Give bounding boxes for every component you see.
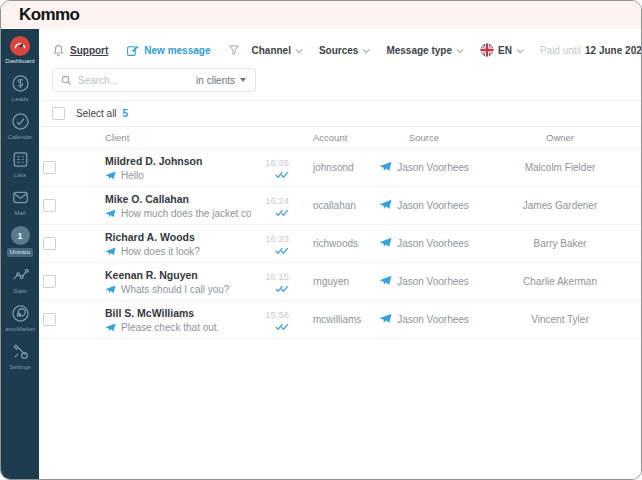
stats-icon: [10, 265, 31, 286]
channel-dropdown[interactable]: Channel: [251, 45, 300, 56]
uk-flag-icon: [480, 43, 494, 57]
search-row: in clients: [52, 68, 641, 92]
read-receipt-icon: [275, 170, 289, 179]
sidebar-item-leads[interactable]: Leads: [1, 73, 39, 103]
header-owner[interactable]: Owner: [479, 132, 641, 143]
row-checkbox[interactable]: [43, 275, 56, 288]
read-receipt-icon: [275, 246, 289, 255]
pipeline-icon: [10, 73, 31, 94]
paid-until-label: Paid until: [540, 45, 581, 56]
source-cell: Jason Voorhees: [369, 274, 479, 289]
chevron-down-icon: [517, 46, 524, 53]
last-message: How much does the jacket cost?: [121, 208, 251, 219]
conversation-row[interactable]: Mildred D. Johnson Hello 16:35 johnsond …: [39, 149, 641, 187]
account-cell: rnguyen: [289, 276, 369, 287]
row-checkbox[interactable]: [43, 199, 56, 212]
lists-icon: [10, 149, 31, 170]
sidebar-item-mail[interactable]: Mail: [1, 187, 39, 217]
account-cell: ocallahan: [289, 200, 369, 211]
header-source[interactable]: Source: [369, 132, 479, 143]
message-time: 15:56: [265, 309, 289, 320]
conversation-row[interactable]: Mike O. Callahan How much does the jacke…: [39, 187, 641, 225]
kommo-logo: Kommo: [19, 5, 79, 25]
account-cell: johnsond: [289, 162, 369, 173]
market-icon: [10, 303, 31, 324]
last-message: How does it look?: [121, 246, 200, 257]
client-name: Keenan R. Nguyen: [105, 269, 251, 281]
row-checkbox[interactable]: [43, 313, 56, 326]
main-area: Support New message Channel Sources Mess…: [39, 29, 641, 479]
bell-icon[interactable]: [52, 44, 65, 57]
owner-cell: Charlie Akerman: [479, 276, 641, 287]
counter-badge: 1: [10, 225, 31, 246]
telegram-icon: [105, 246, 116, 257]
table-header: Client Account Source Owner: [39, 126, 641, 149]
language-dropdown[interactable]: EN: [498, 45, 522, 56]
row-checkbox[interactable]: [43, 161, 56, 174]
select-all-checkbox[interactable]: [52, 107, 65, 120]
read-receipt-icon: [275, 322, 289, 331]
select-all-label: Select all: [76, 108, 117, 119]
telegram-icon: [379, 312, 392, 327]
telegram-icon: [379, 236, 392, 251]
sidebar: DashboardLeadsCalendarListsMail1UmnicoSt…: [1, 29, 39, 479]
compose-icon[interactable]: [126, 44, 139, 57]
sidebar-item-settings[interactable]: Settings: [1, 341, 39, 371]
client-name: Richard A. Woods: [105, 231, 251, 243]
telegram-icon: [105, 284, 116, 295]
tools-icon: [10, 341, 31, 362]
source-cell: Jason Voorhees: [369, 160, 479, 175]
header-account[interactable]: Account: [289, 132, 369, 143]
sidebar-item-amomarket[interactable]: amoMarket: [1, 303, 39, 333]
mail-icon: [10, 187, 31, 208]
sidebar-item-calendar[interactable]: Calendar: [1, 111, 39, 141]
sidebar-item-label: Leads: [12, 96, 28, 103]
header-client[interactable]: Client: [97, 132, 251, 143]
chevron-down-icon: [363, 46, 370, 53]
row-checkbox[interactable]: [43, 237, 56, 250]
sidebar-item-dashboard[interactable]: Dashboard: [1, 35, 39, 65]
new-message-button[interactable]: New message: [144, 45, 210, 56]
owner-cell: Barry Baker: [479, 238, 641, 249]
sources-dropdown[interactable]: Sources: [319, 45, 368, 56]
chevron-down-icon: [457, 46, 464, 53]
owner-cell: Malcolm Fielder: [479, 162, 641, 173]
source-name: Jason Voorhees: [397, 238, 469, 249]
read-receipt-icon: [275, 284, 289, 293]
owner-cell: Vincent Tyler: [479, 314, 641, 325]
conversation-row[interactable]: Richard A. Woods How does it look? 16:23…: [39, 225, 641, 263]
sidebar-item-stats[interactable]: Stats: [1, 265, 39, 295]
sidebar-item-label: Calendar: [8, 134, 32, 141]
gauge-icon: [10, 35, 31, 56]
telegram-icon: [379, 160, 392, 175]
account-cell: richwoods: [289, 238, 369, 249]
app-window: Kommo DashboardLeadsCalendarListsMail1Um…: [0, 0, 642, 480]
support-link[interactable]: Support: [70, 45, 108, 56]
conversation-row[interactable]: Keenan R. Nguyen Whats should I call you…: [39, 263, 641, 301]
last-message: Hello: [121, 170, 144, 181]
source-cell: Jason Voorhees: [369, 198, 479, 213]
browser-topbar: Kommo: [1, 1, 641, 29]
search-icon: [61, 75, 72, 86]
last-message: Please check that out.: [121, 322, 219, 333]
conversation-list: Mildred D. Johnson Hello 16:35 johnsond …: [39, 149, 641, 339]
sidebar-item-label: Settings: [9, 364, 31, 371]
client-name: Mike O. Callahan: [105, 193, 251, 205]
sidebar-item-lists[interactable]: Lists: [1, 149, 39, 179]
search-box: in clients: [52, 68, 256, 92]
search-scope-dropdown[interactable]: in clients: [192, 75, 255, 86]
conversation-row[interactable]: Bill S. McWilliams Please check that out…: [39, 301, 641, 339]
filter-funnel-icon[interactable]: [228, 44, 240, 56]
source-name: Jason Voorhees: [397, 314, 469, 325]
sidebar-item-umnico[interactable]: 1Umnico: [1, 225, 39, 257]
source-cell: Jason Voorhees: [369, 236, 479, 251]
source-name: Jason Voorhees: [397, 162, 469, 173]
paid-until-date: 12 June 2022: [585, 45, 642, 56]
message-type-dropdown[interactable]: Message type: [386, 45, 462, 56]
select-all-row: Select all 5: [39, 101, 641, 126]
sidebar-item-label: Umnico: [7, 248, 33, 257]
telegram-icon: [105, 322, 116, 333]
telegram-icon: [379, 198, 392, 213]
search-input[interactable]: [72, 75, 192, 86]
chevron-down-icon: [296, 46, 303, 53]
